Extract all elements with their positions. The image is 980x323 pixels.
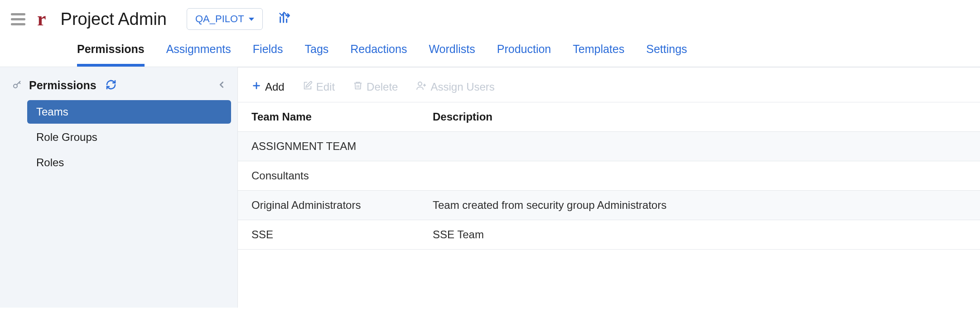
delete-button: Delete bbox=[353, 81, 398, 93]
refresh-icon[interactable] bbox=[106, 79, 116, 92]
tab-settings[interactable]: Settings bbox=[646, 43, 687, 67]
edit-button-label: Edit bbox=[316, 81, 335, 93]
table-row[interactable]: SSE SSE Team bbox=[238, 220, 980, 250]
cell-team-name: Consultants bbox=[251, 169, 433, 182]
sidebar-items: Teams Role Groups Roles bbox=[0, 100, 237, 174]
cell-team-name: SSE bbox=[251, 228, 433, 241]
tab-assignments[interactable]: Assignments bbox=[166, 43, 231, 67]
table-row[interactable]: ASSIGNMENT TEAM bbox=[238, 132, 980, 161]
analytics-icon[interactable] bbox=[278, 12, 291, 26]
main-panel: Add Edit Delete Assign Users bbox=[238, 67, 980, 308]
edit-icon bbox=[303, 81, 313, 93]
column-team-name[interactable]: Team Name bbox=[251, 111, 433, 123]
tab-production[interactable]: Production bbox=[497, 43, 551, 67]
add-button[interactable]: Add bbox=[251, 81, 285, 93]
caret-down-icon bbox=[249, 18, 254, 21]
user-plus-icon bbox=[416, 80, 427, 94]
hamburger-menu-icon[interactable] bbox=[11, 11, 27, 27]
assign-users-button: Assign Users bbox=[416, 80, 494, 94]
plus-icon bbox=[251, 81, 261, 93]
sidebar-item-role-groups[interactable]: Role Groups bbox=[27, 125, 231, 149]
topbar: r Project Admin QA_PILOT bbox=[0, 0, 980, 30]
assign-users-button-label: Assign Users bbox=[430, 81, 494, 93]
collapse-sidebar-icon[interactable] bbox=[217, 80, 227, 92]
cell-description bbox=[433, 169, 966, 182]
tab-templates[interactable]: Templates bbox=[573, 43, 624, 67]
cell-team-name: Original Administrators bbox=[251, 199, 433, 212]
delete-button-label: Delete bbox=[367, 81, 398, 93]
tab-tags[interactable]: Tags bbox=[305, 43, 329, 67]
tab-wordlists[interactable]: Wordlists bbox=[429, 43, 475, 67]
project-selector-label: QA_PILOT bbox=[195, 13, 244, 25]
content-body: Permissions Teams Role Groups Roles bbox=[0, 67, 980, 308]
table-row[interactable]: Consultants bbox=[238, 161, 980, 191]
main-tabs: Permissions Assignments Fields Tags Reda… bbox=[0, 30, 980, 67]
cell-description: SSE Team bbox=[433, 228, 966, 241]
svg-point-1 bbox=[418, 82, 422, 86]
sidebar-title: Permissions bbox=[29, 79, 97, 92]
cell-team-name: ASSIGNMENT TEAM bbox=[251, 140, 433, 153]
key-icon bbox=[12, 79, 23, 92]
add-button-label: Add bbox=[265, 81, 285, 93]
table-body: ASSIGNMENT TEAM Consultants Original Adm… bbox=[238, 132, 980, 250]
sidebar-header: Permissions bbox=[0, 75, 237, 100]
toolbar: Add Edit Delete Assign Users bbox=[238, 74, 980, 102]
app-logo: r bbox=[34, 9, 49, 29]
tab-permissions[interactable]: Permissions bbox=[77, 43, 145, 67]
cell-description: Team created from security group Adminis… bbox=[433, 199, 966, 212]
sidebar: Permissions Teams Role Groups Roles bbox=[0, 67, 238, 308]
tab-redactions[interactable]: Redactions bbox=[350, 43, 407, 67]
edit-button: Edit bbox=[303, 81, 335, 93]
trash-icon bbox=[353, 81, 363, 93]
teams-table: Team Name Description ASSIGNMENT TEAM Co… bbox=[238, 102, 980, 250]
page-title: Project Admin bbox=[61, 10, 167, 29]
project-selector[interactable]: QA_PILOT bbox=[187, 8, 263, 30]
table-header: Team Name Description bbox=[238, 102, 980, 132]
cell-description bbox=[433, 140, 966, 153]
sidebar-item-roles[interactable]: Roles bbox=[27, 151, 231, 174]
tab-fields[interactable]: Fields bbox=[253, 43, 283, 67]
column-description[interactable]: Description bbox=[433, 111, 966, 123]
sidebar-item-teams[interactable]: Teams bbox=[27, 100, 231, 124]
table-row[interactable]: Original Administrators Team created fro… bbox=[238, 191, 980, 220]
